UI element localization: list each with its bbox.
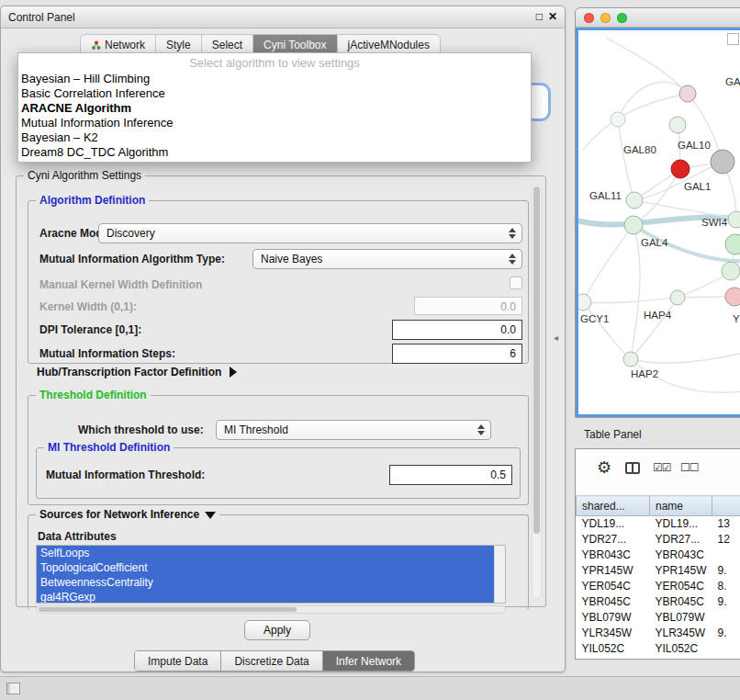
settings-scrollbar[interactable] (532, 184, 542, 599)
network-node[interactable] (578, 294, 591, 310)
apply-button[interactable]: Apply (244, 620, 310, 640)
table-cell: 9. (712, 563, 740, 579)
table-cell: YBR043C (650, 548, 712, 563)
kernel-width-field[interactable]: 0.0 (414, 297, 522, 315)
table-row[interactable]: YDL19...YDL19...13 (577, 516, 740, 532)
network-node[interactable] (623, 352, 638, 367)
node-label: GCY1 (580, 313, 609, 324)
network-canvas[interactable]: GAL80GAL10GAL11GAL1SWI4GAL4GCY1HAP4HAP2Y… (576, 28, 740, 417)
mi-threshold-group-title: MI Threshold Definition (44, 441, 174, 454)
node-attribute-table: shared... name YDL19...YDL19...13YDR27..… (576, 495, 740, 657)
tab-label: Select (212, 39, 242, 51)
table-panel-title: Table Panel (584, 428, 642, 441)
network-edge (583, 225, 633, 302)
list-vertical-scrollbar[interactable] (494, 546, 505, 603)
column-header-name[interactable]: name (650, 496, 712, 516)
algorithm-option[interactable]: Bayesian – Hill Climbing (18, 72, 531, 86)
algorithm-option[interactable]: Mutual Information Inference (18, 116, 531, 130)
bottom-tab-bar: Impute Data Discretize Data Infer Networ… (134, 650, 415, 672)
collapse-down-icon (205, 512, 216, 519)
node-label: GAL4 (641, 237, 668, 248)
list-horizontal-scrollbar[interactable] (36, 605, 506, 614)
data-attribute-item[interactable]: TopologicalCoefficient (37, 560, 494, 575)
column-header-extra[interactable] (712, 496, 740, 516)
hub-definition-label: Hub/Transcription Factor Definition (37, 366, 221, 378)
table-cell: YDR27... (577, 532, 650, 548)
table-row[interactable]: YBR045CYBR045C9. (577, 594, 740, 610)
data-attribute-item[interactable]: SelfLoops (37, 546, 494, 560)
which-threshold-value: MI Threshold (217, 423, 475, 436)
table-row[interactable]: YER054CYER054C8. (577, 579, 740, 594)
deselect-all-columns-icon[interactable]: ☐☐ (680, 461, 699, 474)
network-node[interactable] (722, 262, 740, 280)
float-window-icon[interactable]: □ (536, 10, 543, 23)
network-node[interactable] (670, 290, 685, 305)
network-node[interactable] (725, 234, 740, 254)
algorithm-option[interactable]: Bayesian – K2 (18, 130, 531, 145)
network-window-titlebar[interactable] (576, 8, 740, 28)
table-row[interactable]: YBR043CYBR043C (577, 548, 740, 563)
data-attributes-list[interactable]: SelfLoopsTopologicalCoefficientBetweenne… (36, 545, 506, 604)
zoom-traffic-light[interactable] (617, 13, 627, 23)
close-traffic-light[interactable] (584, 13, 594, 23)
table-row[interactable]: YPR145WYPR145W9. (577, 563, 740, 579)
table-row[interactable]: YIL052CYIL052C (577, 641, 740, 657)
which-threshold-select[interactable]: MI Threshold (216, 420, 491, 440)
algorithm-option[interactable]: Basic Correlation Inference (18, 86, 531, 101)
node-label: GAL11 (589, 190, 622, 201)
network-node[interactable] (725, 288, 740, 306)
sources-group-toggle[interactable]: Sources for Network Inference (36, 508, 219, 521)
mi-threshold-group: MI Threshold Definition Mutual Informati… (36, 447, 521, 499)
tab-infer-network[interactable]: Infer Network (323, 651, 414, 671)
network-edge (631, 225, 640, 359)
network-node[interactable] (711, 150, 734, 174)
network-canvas-svg: GAL80GAL10GAL11GAL1SWI4GAL4GCY1HAP4HAP2Y… (578, 30, 740, 416)
mi-threshold-label: Mutual Information Threshold: (46, 469, 205, 481)
network-node[interactable] (679, 85, 696, 102)
algorithm-option[interactable]: ARACNE Algorithm (18, 101, 531, 116)
mi-threshold-field[interactable]: 0.5 (389, 465, 512, 485)
tab-label: jActiveMNodules (348, 39, 430, 51)
network-node[interactable] (626, 192, 643, 209)
close-panel-icon[interactable]: ✕ (548, 10, 557, 23)
network-node[interactable] (728, 211, 740, 228)
control-panel-titlebar[interactable]: Control Panel □ ✕ (1, 6, 565, 28)
tab-impute-data[interactable]: Impute Data (135, 651, 221, 671)
tab-discretize-data[interactable]: Discretize Data (221, 651, 322, 671)
table-settings-gear-icon[interactable]: ⚙ (597, 457, 611, 478)
table-cell: YBR043C (577, 548, 650, 563)
column-header-shared-name[interactable]: shared... (577, 496, 650, 516)
mi-type-value: Naive Bayes (253, 253, 506, 265)
hub-definition-toggle[interactable]: Hub/Transcription Factor Definition (37, 366, 237, 378)
table-row[interactable]: YLR345WYLR345W9. (577, 626, 740, 641)
manual-kernel-checkbox[interactable] (510, 277, 522, 289)
table-cell: YLR345W (650, 626, 712, 641)
algorithm-option[interactable]: Dream8 DC_TDC Algorithm (18, 145, 531, 160)
mi-steps-field[interactable]: 6 (392, 344, 522, 364)
node-label: HAP2 (631, 368, 658, 379)
mi-type-select[interactable]: Naive Bayes (252, 249, 522, 269)
data-attribute-item[interactable]: BetweennessCentrality (37, 575, 494, 590)
table-cell: YPR145W (650, 563, 712, 579)
network-node[interactable] (669, 117, 686, 133)
node-label: GAL80 (623, 144, 656, 155)
network-node[interactable] (671, 160, 690, 178)
column-chooser-icon[interactable] (625, 462, 640, 474)
birdseye-toggle[interactable] (727, 33, 739, 45)
stepper-arrows-icon (506, 254, 519, 265)
dock-panel-icon[interactable] (6, 683, 20, 694)
network-node[interactable] (611, 112, 625, 127)
data-attribute-item[interactable]: gal4RGexp (37, 590, 494, 604)
network-node[interactable] (624, 216, 643, 234)
scrollbar-thumb[interactable] (533, 186, 540, 534)
cyni-settings-group: Cyni Algorithm Settings Algorithm Defini… (16, 175, 546, 607)
node-label: Y (733, 313, 740, 324)
dpi-tolerance-field[interactable]: 0.0 (392, 320, 522, 340)
table-row[interactable]: YDR27...YDR27...12 (577, 532, 740, 548)
aracne-mode-select[interactable]: Discovery (98, 223, 522, 243)
table-row[interactable]: YBL079WYBL079W (577, 610, 740, 626)
threshold-definition-title: Threshold Definition (36, 389, 151, 401)
splitter-collapse-icon[interactable]: ◂ (554, 333, 558, 343)
select-all-columns-icon[interactable]: ☑☑ (653, 461, 671, 474)
minimize-traffic-light[interactable] (600, 13, 611, 23)
